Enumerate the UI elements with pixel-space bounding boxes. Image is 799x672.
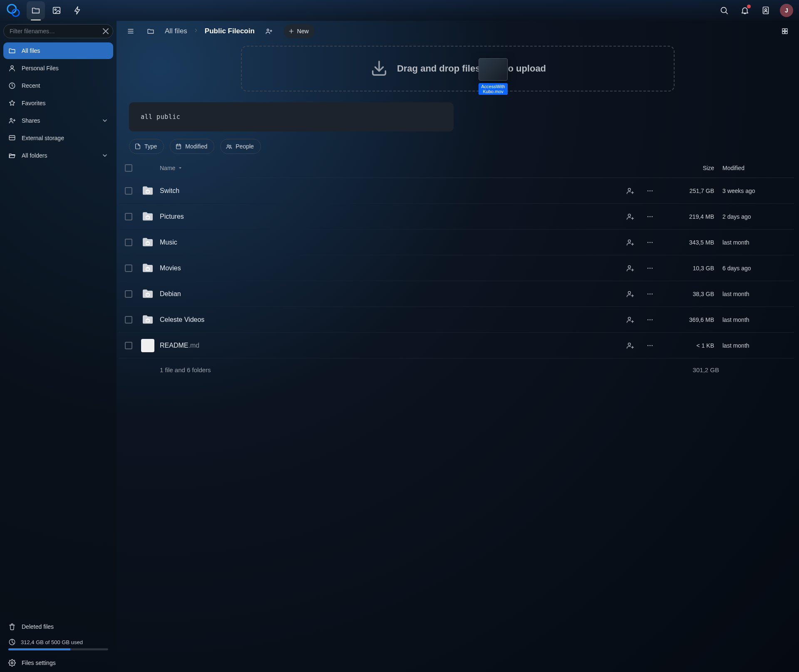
- folder-icon: [141, 185, 155, 197]
- sort-asc-icon: [178, 166, 183, 170]
- total-size: 301,2 GB: [665, 366, 723, 373]
- svg-point-33: [648, 242, 649, 243]
- table-row[interactable]: README.md< 1 KBlast month: [119, 333, 794, 358]
- row-checkbox[interactable]: [125, 342, 132, 349]
- svg-point-48: [648, 319, 649, 320]
- new-button-label: New: [297, 28, 309, 35]
- filter-chips: TypeModifiedPeople: [117, 138, 799, 158]
- file-name[interactable]: Debian: [157, 290, 620, 298]
- filter-input[interactable]: [3, 24, 113, 38]
- sidebar-label: Deleted files: [22, 623, 54, 630]
- more-row-icon[interactable]: [640, 187, 660, 195]
- search-icon[interactable]: [715, 1, 733, 20]
- file-name[interactable]: Pictures: [157, 213, 620, 220]
- breadcrumb-root[interactable]: All files: [162, 25, 190, 37]
- folder-description[interactable]: all public: [129, 102, 454, 131]
- sidebar-item-settings[interactable]: Files settings: [3, 655, 113, 671]
- more-row-icon[interactable]: [640, 238, 660, 247]
- breadcrumb-current[interactable]: Public Filecoin: [202, 25, 257, 37]
- sidebar-item-external[interactable]: External storage: [3, 130, 113, 146]
- row-checkbox[interactable]: [125, 264, 132, 272]
- svg-point-39: [650, 267, 651, 269]
- toggle-sidebar-icon[interactable]: [122, 23, 139, 40]
- sidebar-item-recent[interactable]: Recent: [3, 77, 113, 94]
- share-row-icon[interactable]: [620, 187, 640, 195]
- user-avatar[interactable]: J: [780, 4, 793, 17]
- more-row-icon[interactable]: [640, 264, 660, 272]
- file-size: 343,5 MB: [660, 239, 718, 246]
- share-row-icon[interactable]: [620, 238, 640, 247]
- file-size: < 1 KB: [660, 342, 718, 349]
- row-checkbox[interactable]: [125, 213, 132, 220]
- new-button[interactable]: New: [284, 24, 315, 38]
- folder-icon: [141, 262, 155, 274]
- table-row[interactable]: Debian38,3 GBlast month: [119, 281, 794, 307]
- notifications-icon[interactable]: [736, 1, 754, 20]
- filter-chip-people[interactable]: People: [220, 139, 261, 154]
- table-row[interactable]: Music343,5 MBlast month: [119, 230, 794, 255]
- share-breadcrumb-icon[interactable]: [261, 23, 277, 40]
- filter-chip-type[interactable]: Type: [129, 139, 164, 154]
- nav-activity-icon[interactable]: [68, 1, 87, 20]
- sidebar-item-all-files[interactable]: All files: [3, 42, 113, 59]
- filter-chip-modified[interactable]: Modified: [170, 139, 214, 154]
- folder-icon: [141, 288, 155, 300]
- sidebar-item-personal[interactable]: Personal Files: [3, 60, 113, 77]
- sidebar-label: All files: [22, 47, 40, 54]
- share-row-icon[interactable]: [620, 264, 640, 272]
- nav-photos-icon[interactable]: [47, 1, 66, 20]
- share-row-icon[interactable]: [620, 212, 640, 221]
- file-name[interactable]: Music: [157, 239, 620, 246]
- chip-label: Type: [144, 143, 157, 150]
- table-footer: 1 file and 6 folders 301,2 GB: [119, 358, 794, 381]
- svg-point-45: [652, 293, 653, 294]
- home-folder-icon[interactable]: [142, 23, 159, 40]
- more-row-icon[interactable]: [640, 341, 660, 350]
- table-row[interactable]: Movies10,3 GB6 days ago: [119, 255, 794, 281]
- file-name[interactable]: README.md: [157, 342, 620, 349]
- file-modified: last month: [718, 342, 789, 349]
- svg-point-50: [652, 319, 653, 320]
- folder-icon: [141, 211, 155, 222]
- file-size: 38,3 GB: [660, 291, 718, 297]
- select-all-checkbox[interactable]: [125, 164, 132, 172]
- app-logo[interactable]: [6, 3, 21, 18]
- file-modified: last month: [718, 291, 789, 297]
- file-name[interactable]: Movies: [157, 264, 620, 272]
- clear-filter-icon[interactable]: [101, 26, 111, 36]
- chevron-down-icon: [102, 152, 108, 159]
- sidebar-item-all-folders[interactable]: All folders: [3, 147, 113, 164]
- sidebar-item-deleted[interactable]: Deleted files: [3, 618, 113, 635]
- file-name[interactable]: Switch: [157, 187, 620, 195]
- column-size-header[interactable]: Size: [660, 165, 718, 171]
- share-row-icon[interactable]: [620, 316, 640, 324]
- file-modified: 2 days ago: [718, 213, 789, 220]
- row-checkbox[interactable]: [125, 316, 132, 324]
- more-row-icon[interactable]: [640, 212, 660, 221]
- column-name-header[interactable]: Name: [157, 165, 620, 171]
- nav-files-icon[interactable]: [27, 1, 45, 20]
- view-grid-icon[interactable]: [777, 23, 793, 40]
- file-name[interactable]: Celeste Videos: [157, 316, 620, 324]
- file-size: 10,3 GB: [660, 265, 718, 272]
- svg-point-22: [628, 188, 630, 190]
- table-header: Name Size Modified: [119, 158, 794, 178]
- row-checkbox[interactable]: [125, 239, 132, 246]
- share-row-icon[interactable]: [620, 341, 640, 350]
- column-modified-header[interactable]: Modified: [718, 165, 789, 171]
- share-row-icon[interactable]: [620, 290, 640, 298]
- notification-dot: [747, 5, 751, 8]
- table-row[interactable]: Pictures219,4 MB2 days ago: [119, 204, 794, 230]
- file-ext: .md: [188, 342, 199, 349]
- dropzone[interactable]: Drag and drop files here to upload: [241, 46, 675, 91]
- table-row[interactable]: Switch251,7 GB3 weeks ago: [119, 178, 794, 204]
- row-checkbox[interactable]: [125, 187, 132, 195]
- sidebar-item-favorites[interactable]: Favorites: [3, 95, 113, 111]
- chip-label: People: [236, 143, 254, 150]
- row-checkbox[interactable]: [125, 290, 132, 298]
- contacts-icon[interactable]: [757, 1, 775, 20]
- more-row-icon[interactable]: [640, 316, 660, 324]
- sidebar-item-shares[interactable]: Shares: [3, 112, 113, 129]
- more-row-icon[interactable]: [640, 290, 660, 298]
- table-row[interactable]: Celeste Videos369,6 MBlast month: [119, 307, 794, 333]
